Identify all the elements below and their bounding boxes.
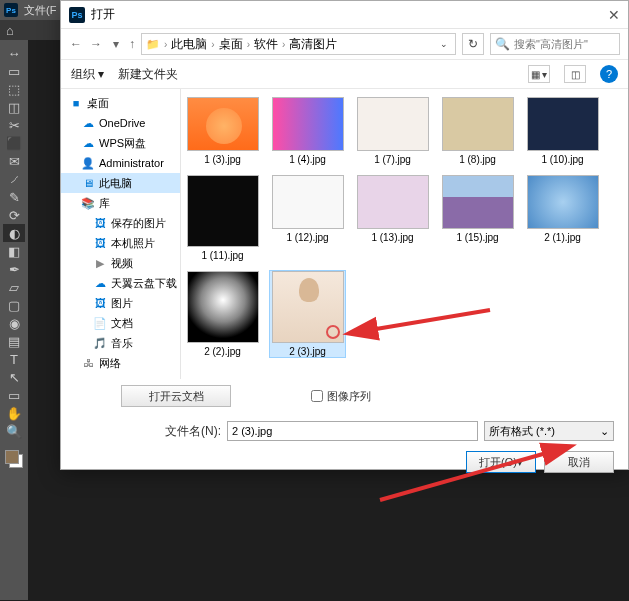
ps-tool[interactable]: ✋ [3, 404, 25, 422]
tree-item[interactable]: 🖼图片 [61, 293, 180, 313]
nav-up-icon[interactable]: ↑ [129, 37, 135, 51]
file-item[interactable]: 1 (12).jpg [270, 175, 345, 261]
cancel-button[interactable]: 取消 [544, 451, 614, 473]
file-item[interactable]: 1 (10).jpg [525, 97, 600, 165]
tree-item-label: 图片 [111, 296, 133, 311]
ps-tool[interactable]: ✒ [3, 260, 25, 278]
file-label: 1 (7).jpg [374, 154, 411, 165]
ps-tool[interactable]: ◫ [3, 98, 25, 116]
tree-item[interactable]: 🎵音乐 [61, 333, 180, 353]
nav-forward-icon[interactable]: → [89, 37, 103, 51]
image-sequence-check[interactable] [311, 390, 323, 402]
ps-tool[interactable]: ⟋ [3, 170, 25, 188]
ps-tool[interactable]: ▢ [3, 296, 25, 314]
crumb[interactable]: 桌面 [219, 36, 243, 53]
dialog-title: 打开 [91, 6, 600, 23]
file-label: 1 (11).jpg [201, 250, 243, 261]
tree-item-icon: 🎵 [93, 337, 107, 350]
ps-tool[interactable]: T [3, 350, 25, 368]
dialog-footer: 文件名(N): 所有格式 (*.*)⌄ 打开(O) ▾ 取消 [61, 413, 628, 483]
tree-item[interactable]: ☁天翼云盘下载 [61, 273, 180, 293]
file-item[interactable]: 1 (15).jpg [440, 175, 515, 261]
filetype-select[interactable]: 所有格式 (*.*)⌄ [484, 421, 614, 441]
dialog-options-row: 打开云文档 图像序列 [61, 379, 628, 413]
tree-item[interactable]: ☁OneDrive [61, 113, 180, 133]
nav-back-icon[interactable]: ← [69, 37, 83, 51]
new-folder-button[interactable]: 新建文件夹 [118, 66, 178, 83]
ps-tool[interactable]: ⬚ [3, 80, 25, 98]
file-item[interactable]: 1 (11).jpg [185, 175, 260, 261]
ps-tool[interactable]: 🔍 [3, 422, 25, 440]
ps-tool[interactable]: ◧ [3, 242, 25, 260]
file-item[interactable]: 2 (3).jpg [270, 271, 345, 357]
file-thumbnail [442, 97, 514, 151]
file-item[interactable]: 1 (13).jpg [355, 175, 430, 261]
path-dropdown-icon[interactable]: ⌄ [437, 39, 451, 49]
breadcrumb[interactable]: 📁 › 此电脑 › 桌面 › 软件 › 高清图片 ⌄ [141, 33, 456, 55]
crumb[interactable]: 高清图片 [289, 36, 337, 53]
ps-tool[interactable]: ✉ [3, 152, 25, 170]
file-thumbnail [187, 175, 259, 247]
tree-item[interactable]: ▶视频 [61, 253, 180, 273]
ps-logo-icon: Ps [4, 3, 18, 17]
tree-item[interactable]: ☁WPS网盘 [61, 133, 180, 153]
tree-item[interactable]: ■桌面 [61, 93, 180, 113]
tree-item[interactable]: 🖧网络 [61, 353, 180, 373]
file-thumbnail [272, 271, 344, 343]
file-item[interactable]: 1 (8).jpg [440, 97, 515, 165]
file-item[interactable]: 1 (7).jpg [355, 97, 430, 165]
ps-tool[interactable]: ↖ [3, 368, 25, 386]
file-label: 1 (13).jpg [371, 232, 413, 243]
dialog-titlebar: Ps 打开 ✕ [61, 1, 628, 29]
dialog-toolbar: 组织 ▾ 新建文件夹 ▦ ▾ ◫ ? [61, 59, 628, 89]
ps-tool[interactable]: ✂ [3, 116, 25, 134]
tree-item[interactable]: 🖼本机照片 [61, 233, 180, 253]
ps-tool[interactable]: ⬛ [3, 134, 25, 152]
color-swatch[interactable] [5, 450, 23, 468]
open-button[interactable]: 打开(O) ▾ [466, 451, 536, 473]
search-input[interactable] [514, 38, 615, 50]
crumb[interactable]: 软件 [254, 36, 278, 53]
home-icon[interactable]: ⌂ [6, 23, 14, 38]
ps-tool[interactable]: ◉ [3, 314, 25, 332]
ps-tool[interactable]: ▱ [3, 278, 25, 296]
file-thumbnail [187, 97, 259, 151]
ps-tool[interactable]: ▤ [3, 332, 25, 350]
ps-tool[interactable]: ▭ [3, 386, 25, 404]
tree-item-label: WPS网盘 [99, 136, 146, 151]
organize-menu[interactable]: 组织 ▾ [71, 66, 104, 83]
nav-dropdown-icon[interactable]: ▾ [109, 37, 123, 51]
file-thumbnail [272, 175, 344, 229]
tree-item[interactable]: 📄文档 [61, 313, 180, 333]
chevron-down-icon: ⌄ [600, 425, 609, 438]
ps-tool[interactable]: ⟳ [3, 206, 25, 224]
menu-file[interactable]: 文件(F [24, 3, 56, 18]
tree-item[interactable]: 📚库 [61, 193, 180, 213]
tree-item[interactable]: 🖥此电脑 [61, 173, 180, 193]
tree-item-icon: 📄 [93, 317, 107, 330]
open-cloud-button[interactable]: 打开云文档 [121, 385, 231, 407]
file-thumbnail [187, 271, 259, 343]
file-item[interactable]: 1 (4).jpg [270, 97, 345, 165]
help-button[interactable]: ? [600, 65, 618, 83]
file-item[interactable]: 2 (2).jpg [185, 271, 260, 357]
ps-tool[interactable]: ↔ [3, 44, 25, 62]
tree-item-icon: ▶ [93, 257, 107, 270]
file-item[interactable]: 2 (1).jpg [525, 175, 600, 261]
crumb[interactable]: 此电脑 [171, 36, 207, 53]
refresh-button[interactable]: ↻ [462, 33, 484, 55]
dialog-ps-icon: Ps [69, 7, 85, 23]
tree-item[interactable]: 🖼保存的图片 [61, 213, 180, 233]
preview-pane-button[interactable]: ◫ [564, 65, 586, 83]
search-box[interactable]: 🔍 [490, 33, 620, 55]
ps-tool[interactable]: ▭ [3, 62, 25, 80]
close-icon[interactable]: ✕ [600, 7, 620, 23]
view-mode-button[interactable]: ▦ ▾ [528, 65, 550, 83]
image-sequence-checkbox[interactable]: 图像序列 [311, 389, 371, 404]
tree-item[interactable]: 👤Administrator [61, 153, 180, 173]
filename-input[interactable] [227, 421, 478, 441]
file-item[interactable]: 1 (3).jpg [185, 97, 260, 165]
ps-tool[interactable]: ◐ [3, 224, 25, 242]
ps-tool[interactable]: ✎ [3, 188, 25, 206]
tree-item-label: 保存的图片 [111, 216, 166, 231]
